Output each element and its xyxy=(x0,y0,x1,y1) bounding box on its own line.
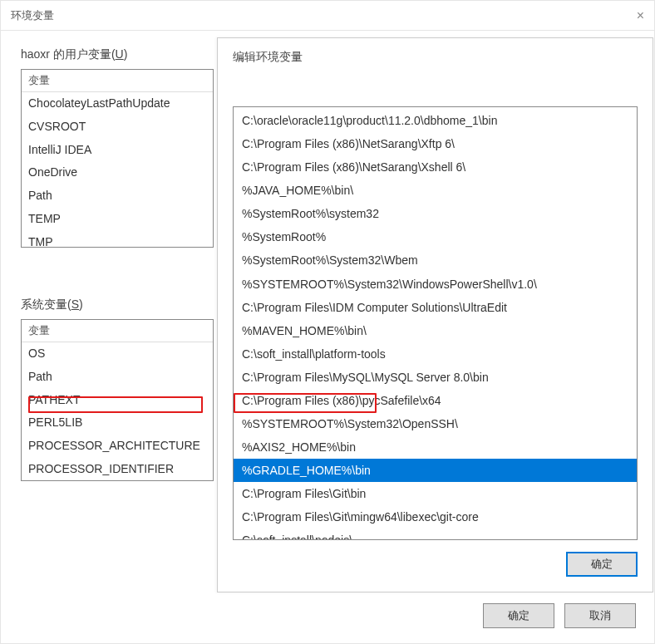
user-var-item[interactable]: TMP xyxy=(22,231,213,248)
close-icon[interactable]: × xyxy=(637,8,644,23)
path-entry-item[interactable]: %SYSTEMROOT%\System32\WindowsPowerShell\… xyxy=(234,273,637,296)
user-var-item[interactable]: CVSROOT xyxy=(22,116,213,139)
path-entry-item[interactable]: C:\Program Files (x86)\NetSarang\Xftp 6\ xyxy=(234,132,637,155)
path-entry-item[interactable]: C:\Program Files\Git\bin xyxy=(234,482,637,505)
sys-var-item[interactable]: PERL5LIB xyxy=(22,411,213,435)
sys-var-item[interactable]: PATHEXT xyxy=(22,389,213,412)
edit-dialog-buttons: 确定 xyxy=(559,552,638,577)
path-entry-item[interactable]: %JAVA_HOME%\bin\ xyxy=(234,179,637,202)
cancel-button[interactable]: 取消 xyxy=(564,603,636,628)
path-entry-item[interactable]: C:\Program Files (x86)\NetSarang\Xshell … xyxy=(234,155,637,179)
column-header[interactable]: 变量 xyxy=(22,320,213,342)
path-entry-item[interactable]: C:\oracle\oracle11g\product\11.2.0\dbhom… xyxy=(234,109,637,132)
system-vars-listbox[interactable]: 变量 OSPathPATHEXTPERL5LIBPROCESSOR_ARCHIT… xyxy=(21,319,214,481)
path-entry-item[interactable]: C:\soft_install\platform-tools xyxy=(234,342,637,366)
user-var-item[interactable]: TEMP xyxy=(22,208,213,231)
dialog-title: 环境变量 xyxy=(11,8,54,23)
user-var-item[interactable]: ChocolateyLastPathUpdate xyxy=(22,92,213,116)
sys-var-item[interactable]: OS xyxy=(22,342,213,366)
env-vars-dialog: 环境变量 × haoxr 的用户变量(U) 变量 ChocolateyLastP… xyxy=(0,0,655,644)
path-entries-listbox[interactable]: C:\oracle\oracle11g\product\11.2.0\dbhom… xyxy=(233,106,638,540)
ok-button[interactable]: 确定 xyxy=(483,603,554,628)
path-entry-item[interactable]: C:\Program Files\Git\mingw64\libexec\git… xyxy=(234,505,637,528)
path-entry-item[interactable]: C:\soft_install\nodejs\ xyxy=(234,528,637,540)
user-vars-listbox[interactable]: 变量 ChocolateyLastPathUpdateCVSROOTIntell… xyxy=(21,69,214,248)
path-entry-item[interactable]: %SystemRoot% xyxy=(234,225,637,248)
sys-var-item[interactable]: PROCESSOR_ARCHITECTURE xyxy=(22,435,213,458)
path-entry-item[interactable]: %SystemRoot%\system32 xyxy=(234,202,637,225)
path-entry-item[interactable]: C:\Program Files (x86)\pycSafefile\x64 xyxy=(234,389,637,412)
path-entry-item[interactable]: %AXIS2_HOME%\bin xyxy=(234,435,637,459)
edit-dialog-title: 编辑环境变量 xyxy=(218,38,653,65)
edit-env-var-dialog: 编辑环境变量 C:\oracle\oracle11g\product\11.2.… xyxy=(217,37,653,592)
user-var-item[interactable]: OneDrive xyxy=(22,161,213,184)
user-var-item[interactable]: IntelliJ IDEA xyxy=(22,139,213,162)
edit-ok-button[interactable]: 确定 xyxy=(566,552,638,577)
sys-var-item[interactable]: Path xyxy=(22,366,213,389)
user-var-item[interactable]: Path xyxy=(22,184,213,208)
path-entry-item[interactable]: C:\Program Files\IDM Computer Solutions\… xyxy=(234,296,637,319)
sys-var-item[interactable]: PROCESSOR_IDENTIFIER xyxy=(22,458,213,481)
path-entry-item[interactable]: %MAVEN_HOME%\bin\ xyxy=(234,319,637,342)
main-dialog-buttons: 确定 取消 xyxy=(476,603,636,628)
path-entry-item[interactable]: %SYSTEMROOT%\System32\OpenSSH\ xyxy=(234,412,637,435)
path-entry-item[interactable]: C:\Program Files\MySQL\MySQL Server 8.0\… xyxy=(234,366,637,389)
titlebar: 环境变量 × xyxy=(1,1,654,31)
path-entry-item[interactable]: %GRADLE_HOME%\bin xyxy=(234,459,637,482)
column-header[interactable]: 变量 xyxy=(22,70,213,92)
path-entry-item[interactable]: %SystemRoot%\System32\Wbem xyxy=(234,248,637,272)
